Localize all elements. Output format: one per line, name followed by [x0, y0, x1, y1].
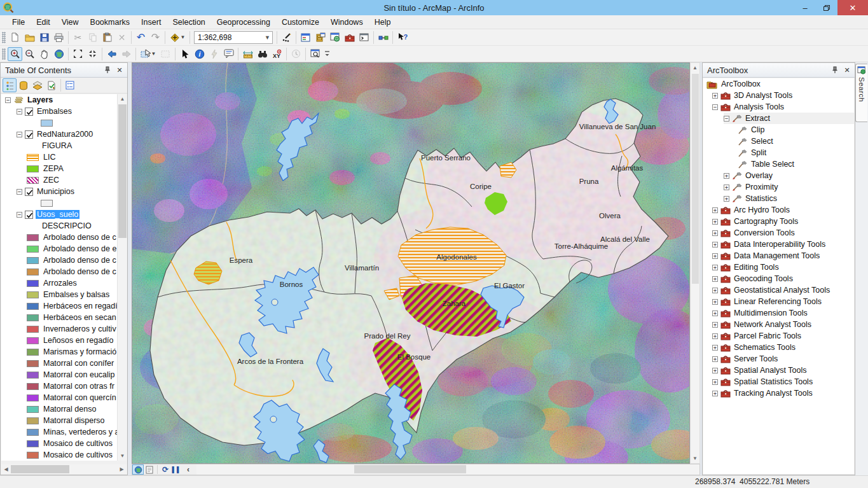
expand-expander[interactable]: +	[712, 333, 718, 339]
scale-dropdown-arrow[interactable]: ▼	[263, 34, 272, 41]
toolbar-options-button[interactable]	[322, 47, 331, 61]
pause-drawing-button[interactable]: ▌▌	[171, 464, 183, 475]
toolbox-analysis[interactable]: −Analysis Tools	[712, 101, 854, 113]
scroll-left-arrow[interactable]: ◀	[1, 464, 11, 474]
legend-item[interactable]: Matorral denso	[1, 403, 127, 415]
toolbox-item[interactable]: +Spatial Statistics Tools	[712, 376, 854, 387]
expand-expander[interactable]: +	[712, 368, 718, 373]
collapse-expander[interactable]: −	[17, 132, 22, 137]
toolset-statistics[interactable]: +Statistics	[724, 193, 854, 204]
toc-options-button[interactable]	[63, 78, 77, 92]
toolset-proximity[interactable]: +Proximity	[724, 181, 854, 193]
legend-item[interactable]: Matorral con otras fr	[1, 380, 127, 392]
list-by-drawing-order-button[interactable]	[3, 78, 17, 92]
arctoolbox-window-button[interactable]	[342, 31, 357, 45]
toolbar-grip[interactable]	[2, 48, 6, 60]
legend-item[interactable]: Arbolado denso de c	[1, 232, 127, 243]
expand-expander[interactable]: +	[712, 379, 718, 385]
municipios-symbol-row[interactable]	[1, 197, 127, 209]
toolbox-item[interactable]: +Tracking Analyst Tools	[712, 387, 854, 399]
rednatura-checkbox[interactable]	[25, 130, 33, 139]
municipios-checkbox[interactable]	[25, 188, 33, 196]
list-by-selection-button[interactable]	[45, 78, 59, 92]
toolbox-item[interactable]: +Data Interoperability Tools	[712, 239, 854, 250]
zec-class-row[interactable]: ZEC	[1, 174, 127, 186]
toc-layers-root[interactable]: − Layers	[1, 94, 127, 106]
clear-selection-button[interactable]	[158, 47, 173, 61]
collapse-expander[interactable]: −	[17, 109, 22, 115]
new-document-button[interactable]	[8, 31, 22, 45]
menu-file[interactable]: File	[6, 16, 31, 29]
expand-expander[interactable]: +	[712, 310, 718, 316]
toolbox-item[interactable]: +Cartography Tools	[712, 216, 854, 227]
legend-item[interactable]: Arrozales	[1, 277, 127, 289]
toc-layer-municipios[interactable]: − Municipios	[1, 186, 127, 197]
identify-tool[interactable]: i	[192, 47, 207, 61]
legend-item[interactable]: Leñosos en regadío	[1, 335, 127, 346]
back-extent-button[interactable]	[104, 47, 119, 61]
legend-item[interactable]: Herbáceos en secan	[1, 312, 127, 323]
arctoolbox-pin-icon[interactable]	[832, 66, 842, 74]
expand-expander[interactable]: +	[712, 219, 718, 225]
toolbox-item[interactable]: +Conversion Tools	[712, 227, 854, 239]
python-window-button[interactable]	[357, 31, 371, 45]
list-by-source-button[interactable]	[17, 78, 31, 92]
map-vertical-scrollbar[interactable]: ▲ ▼	[690, 62, 700, 464]
expand-expander[interactable]: +	[712, 242, 718, 247]
legend-item[interactable]: Matorral con eucalip	[1, 369, 127, 380]
full-extent-button[interactable]	[52, 47, 66, 61]
previous-extent-chevron[interactable]: ‹	[183, 464, 194, 475]
layout-view-button[interactable]	[144, 464, 155, 475]
redo-button[interactable]: ↷	[148, 31, 163, 45]
scroll-thumb[interactable]	[118, 104, 127, 238]
close-button[interactable]: ✕	[837, 0, 868, 15]
search-panel-tab[interactable]: Search	[855, 64, 867, 122]
search-window-button[interactable]	[327, 31, 342, 45]
expand-expander[interactable]: +	[712, 345, 718, 351]
fixed-zoom-out-button[interactable]	[85, 47, 100, 61]
select-elements-tool[interactable]	[177, 47, 192, 61]
tool-table-select[interactable]: Table Select	[738, 158, 854, 170]
legend-item[interactable]: Embalses y balsas	[1, 289, 127, 300]
forward-extent-button[interactable]	[119, 47, 134, 61]
scroll-thumb[interactable]	[692, 74, 699, 284]
expand-expander[interactable]: +	[712, 276, 718, 282]
menu-geoprocessing[interactable]: Geoprocessing	[211, 16, 276, 29]
refresh-view-button[interactable]: ⟳	[160, 464, 171, 475]
undo-button[interactable]: ↶	[134, 31, 148, 45]
legend-item[interactable]: Mosaico de cultivos	[1, 438, 127, 449]
toolbox-item[interactable]: +Parcel Fabric Tools	[712, 330, 854, 342]
model-builder-button[interactable]	[376, 31, 390, 45]
tool-clip[interactable]: Clip	[738, 124, 854, 136]
toc-close-icon[interactable]: ✕	[114, 66, 125, 74]
paste-button[interactable]	[100, 31, 114, 45]
menu-view[interactable]: View	[56, 16, 85, 29]
arctoolbox-close-icon[interactable]: ✕	[842, 66, 852, 74]
toc-horizontal-scrollbar[interactable]: ◀ ▶	[1, 464, 127, 474]
collapse-expander[interactable]: −	[712, 104, 718, 110]
scroll-thumb[interactable]	[354, 465, 466, 473]
toolbox-item[interactable]: +Server Tools	[712, 353, 854, 365]
table-of-contents-window-button[interactable]	[298, 31, 313, 45]
toc-layer-usos-suelo[interactable]: − Usos_suelo	[1, 209, 127, 220]
toolbox-item[interactable]: +Network Analyst Tools	[712, 319, 854, 330]
legend-item[interactable]: Arbolado denso de c	[1, 254, 127, 266]
expand-expander[interactable]: +	[712, 253, 718, 259]
scroll-down-arrow[interactable]: ▼	[691, 454, 699, 463]
legend-item[interactable]: Minas, vertederos y a	[1, 426, 127, 438]
embalses-checkbox[interactable]	[25, 108, 33, 116]
expand-expander[interactable]: +	[712, 207, 718, 213]
toolbox-item[interactable]: +Spatial Analyst Tools	[712, 365, 854, 376]
add-data-button[interactable]: ▼	[167, 31, 188, 45]
delete-button[interactable]: ✕	[114, 31, 129, 45]
viewer-window-button[interactable]	[308, 47, 322, 61]
html-popup-tool[interactable]	[221, 47, 236, 61]
expand-expander[interactable]: +	[724, 196, 729, 202]
toc-layer-embalses[interactable]: − Embalses	[1, 106, 127, 117]
menu-windows[interactable]: Windows	[325, 16, 369, 29]
list-by-visibility-button[interactable]	[31, 78, 45, 92]
scale-combobox[interactable]: 1:362,698 ▼	[194, 31, 273, 44]
usos-suelo-checkbox[interactable]	[25, 211, 33, 219]
time-slider-button[interactable]	[289, 47, 303, 61]
tool-split[interactable]: Split	[738, 147, 854, 158]
